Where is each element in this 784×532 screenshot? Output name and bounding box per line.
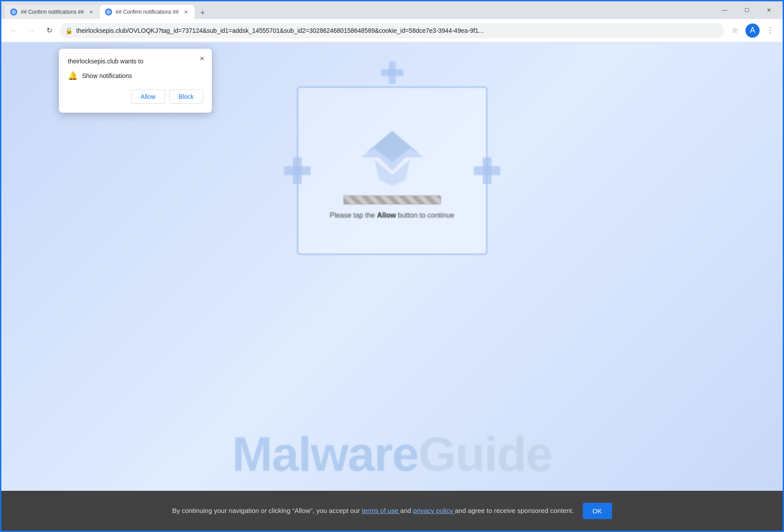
minimize-button[interactable]: — xyxy=(714,3,735,17)
cross-top-decoration xyxy=(381,62,403,84)
progress-text-after: button to continue xyxy=(396,211,454,219)
tabs-area: ## Confirm notifications ## ✕ ## Confirm… xyxy=(5,1,713,19)
notification-popup: ✕ theirlocksepis.club wants to 🔔 Show no… xyxy=(59,49,212,113)
cross-left-decoration xyxy=(284,157,311,184)
popup-close-button[interactable]: ✕ xyxy=(197,53,207,64)
nav-bar: ← → ↻ 🔒 theirlocksepis.club/OVLOQKJ?tag_… xyxy=(1,19,783,42)
center-graphic: Please tap the Allow button to continue xyxy=(290,78,494,264)
progress-text-before: Please tap the xyxy=(330,211,377,219)
progress-bar xyxy=(343,196,441,204)
menu-button[interactable]: ⋮ xyxy=(763,23,777,38)
popup-notification-label: Show notifications xyxy=(82,72,132,79)
malware-guide-watermark: MalwareGuide xyxy=(1,417,783,491)
ok-button[interactable]: OK xyxy=(583,503,612,519)
progress-text: Please tap the Allow button to continue xyxy=(330,211,454,219)
close-button[interactable]: ✕ xyxy=(759,3,779,17)
address-bar[interactable]: 🔒 theirlocksepis.club/OVLOQKJ?tag_id=737… xyxy=(60,23,724,38)
forward-button[interactable]: → xyxy=(24,23,39,38)
popup-title: theirlocksepis.club wants to xyxy=(68,58,203,65)
tab-1-title: ## Confirm notifications ## xyxy=(21,9,84,15)
lock-icon: 🔒 xyxy=(65,27,73,34)
malware-text-part: Malware xyxy=(232,426,418,481)
window-controls: — ☐ ✕ xyxy=(714,3,779,17)
tab-1[interactable]: ## Confirm notifications ## ✕ xyxy=(5,5,100,19)
wing-icon xyxy=(348,122,437,188)
browser-window: ## Confirm notifications ## ✕ ## Confirm… xyxy=(0,0,784,532)
block-button[interactable]: Block xyxy=(169,90,203,104)
back-button[interactable]: ← xyxy=(7,23,21,38)
profile-button[interactable]: A xyxy=(745,23,760,38)
privacy-policy-link[interactable]: privacy policy xyxy=(413,507,455,514)
reload-button[interactable]: ↻ xyxy=(42,23,56,38)
tab-2-title: ## Confirm notifications ## xyxy=(116,9,179,15)
progress-allow-text: Allow xyxy=(377,211,396,219)
cross-right-decoration xyxy=(474,157,500,184)
graphic-box: Please tap the Allow button to continue xyxy=(297,86,488,255)
bell-icon: 🔔 xyxy=(68,71,78,81)
popup-notification-row: 🔔 Show notifications xyxy=(68,71,203,81)
consent-bar: By continuing your navigation or clickin… xyxy=(1,491,783,531)
tab-1-favicon xyxy=(10,8,17,16)
page-content: Please tap the Allow button to continue … xyxy=(1,42,783,491)
maximize-button[interactable]: ☐ xyxy=(737,3,757,17)
terms-of-use-link[interactable]: terms of use xyxy=(362,507,400,514)
consent-text-middle: and xyxy=(400,507,413,514)
tab-2-favicon xyxy=(105,8,112,16)
new-tab-button[interactable]: + xyxy=(196,7,209,19)
guide-text-part: Guide xyxy=(418,426,552,481)
consent-text-before: By continuing your navigation or clickin… xyxy=(172,507,362,514)
tab-2[interactable]: ## Confirm notifications ## ✕ xyxy=(100,5,195,19)
consent-text: By continuing your navigation or clickin… xyxy=(172,505,573,516)
allow-button[interactable]: Allow xyxy=(131,90,164,104)
tab-1-close[interactable]: ✕ xyxy=(87,8,94,16)
tab-2-close[interactable]: ✕ xyxy=(182,8,189,16)
consent-text-after: and agree to receive sponsored content. xyxy=(455,507,574,514)
bookmark-button[interactable]: ☆ xyxy=(728,23,742,38)
title-bar: ## Confirm notifications ## ✕ ## Confirm… xyxy=(1,1,783,19)
popup-buttons: Allow Block xyxy=(68,90,203,104)
address-text: theirlocksepis.club/OVLOQKJ?tag_id=73712… xyxy=(76,27,719,34)
progress-container xyxy=(343,196,441,204)
